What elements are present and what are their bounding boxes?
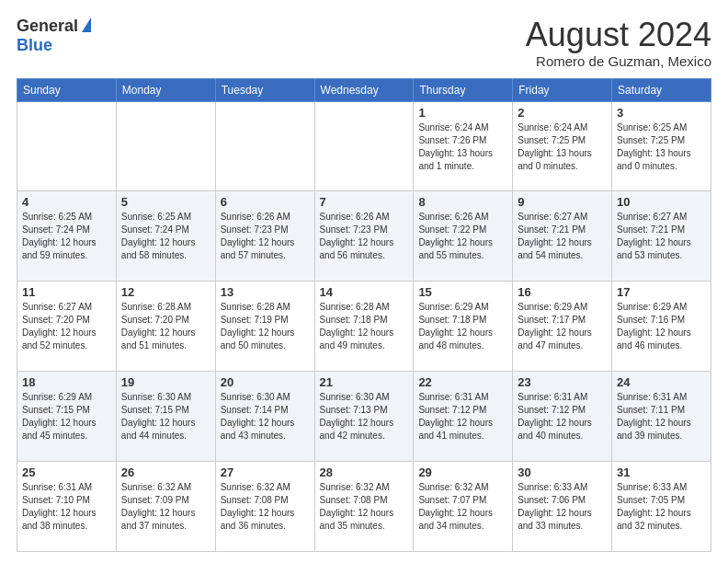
day-info: Sunrise: 6:31 AM Sunset: 7:11 PM Dayligh… — [617, 391, 706, 442]
calendar-cell: 16Sunrise: 6:29 AM Sunset: 7:17 PM Dayli… — [513, 282, 612, 372]
calendar-cell: 23Sunrise: 6:31 AM Sunset: 7:12 PM Dayli… — [513, 372, 612, 462]
day-info: Sunrise: 6:31 AM Sunset: 7:12 PM Dayligh… — [518, 391, 607, 442]
calendar-week-row: 4Sunrise: 6:25 AM Sunset: 7:24 PM Daylig… — [17, 191, 711, 282]
calendar-week-row: 25Sunrise: 6:31 AM Sunset: 7:10 PM Dayli… — [17, 462, 711, 552]
day-number: 4 — [22, 195, 111, 209]
calendar-cell: 24Sunrise: 6:31 AM Sunset: 7:11 PM Dayli… — [612, 372, 711, 462]
calendar-header-wednesday: Wednesday — [314, 78, 414, 101]
day-number: 26 — [121, 465, 210, 479]
logo-blue-text: Blue — [17, 36, 52, 55]
calendar-cell: 8Sunrise: 6:26 AM Sunset: 7:22 PM Daylig… — [414, 191, 513, 282]
day-info: Sunrise: 6:25 AM Sunset: 7:25 PM Dayligh… — [617, 121, 706, 173]
calendar-cell: 2Sunrise: 6:24 AM Sunset: 7:25 PM Daylig… — [513, 101, 612, 191]
calendar-cell: 10Sunrise: 6:27 AM Sunset: 7:21 PM Dayli… — [612, 191, 711, 282]
calendar-cell: 11Sunrise: 6:27 AM Sunset: 7:20 PM Dayli… — [17, 282, 117, 372]
day-number: 31 — [617, 465, 706, 479]
logo-triangle-icon — [82, 17, 91, 32]
day-number: 5 — [121, 195, 210, 209]
day-number: 12 — [121, 285, 210, 299]
calendar-cell — [215, 101, 314, 191]
day-info: Sunrise: 6:25 AM Sunset: 7:24 PM Dayligh… — [121, 211, 210, 262]
day-info: Sunrise: 6:29 AM Sunset: 7:16 PM Dayligh… — [617, 301, 706, 352]
calendar-cell: 15Sunrise: 6:29 AM Sunset: 7:18 PM Dayli… — [414, 282, 513, 372]
calendar-cell: 4Sunrise: 6:25 AM Sunset: 7:24 PM Daylig… — [17, 191, 117, 282]
calendar-cell: 5Sunrise: 6:25 AM Sunset: 7:24 PM Daylig… — [116, 191, 215, 282]
day-info: Sunrise: 6:30 AM Sunset: 7:13 PM Dayligh… — [320, 391, 409, 442]
day-number: 3 — [617, 106, 706, 120]
day-number: 6 — [221, 195, 310, 209]
calendar-cell: 27Sunrise: 6:32 AM Sunset: 7:08 PM Dayli… — [215, 462, 314, 552]
header: General Blue August 2024 Romero de Guzma… — [17, 17, 711, 69]
day-info: Sunrise: 6:25 AM Sunset: 7:24 PM Dayligh… — [22, 211, 111, 262]
calendar-cell: 20Sunrise: 6:30 AM Sunset: 7:14 PM Dayli… — [215, 372, 314, 462]
calendar-week-row: 1Sunrise: 6:24 AM Sunset: 7:26 PM Daylig… — [17, 101, 711, 191]
day-info: Sunrise: 6:29 AM Sunset: 7:15 PM Dayligh… — [22, 391, 111, 442]
page: General Blue August 2024 Romero de Guzma… — [0, 0, 728, 563]
calendar-header-tuesday: Tuesday — [215, 78, 314, 101]
day-number: 8 — [418, 195, 507, 209]
calendar-header-thursday: Thursday — [414, 78, 513, 101]
day-info: Sunrise: 6:32 AM Sunset: 7:08 PM Dayligh… — [221, 481, 310, 533]
day-info: Sunrise: 6:26 AM Sunset: 7:22 PM Dayligh… — [418, 211, 507, 262]
calendar-cell: 3Sunrise: 6:25 AM Sunset: 7:25 PM Daylig… — [612, 101, 711, 191]
day-info: Sunrise: 6:33 AM Sunset: 7:05 PM Dayligh… — [617, 481, 706, 533]
day-info: Sunrise: 6:26 AM Sunset: 7:23 PM Dayligh… — [221, 211, 310, 262]
day-number: 21 — [320, 375, 409, 389]
day-number: 20 — [221, 375, 310, 389]
calendar-cell: 19Sunrise: 6:30 AM Sunset: 7:15 PM Dayli… — [116, 372, 215, 462]
day-number: 19 — [121, 375, 210, 389]
day-number: 7 — [320, 195, 409, 209]
day-number: 30 — [518, 465, 607, 479]
day-info: Sunrise: 6:31 AM Sunset: 7:10 PM Dayligh… — [22, 481, 111, 533]
day-info: Sunrise: 6:32 AM Sunset: 7:07 PM Dayligh… — [418, 481, 507, 533]
day-number: 24 — [617, 375, 706, 389]
calendar-header-friday: Friday — [513, 78, 612, 101]
calendar-cell — [17, 101, 117, 191]
calendar-header-monday: Monday — [116, 78, 215, 101]
day-info: Sunrise: 6:27 AM Sunset: 7:21 PM Dayligh… — [617, 211, 706, 262]
calendar-cell: 30Sunrise: 6:33 AM Sunset: 7:06 PM Dayli… — [513, 462, 612, 552]
day-number: 11 — [22, 285, 111, 299]
title-block: August 2024 Romero de Guzman, Mexico — [526, 17, 711, 69]
day-number: 25 — [22, 465, 111, 479]
calendar-cell: 7Sunrise: 6:26 AM Sunset: 7:23 PM Daylig… — [314, 191, 414, 282]
calendar-cell: 25Sunrise: 6:31 AM Sunset: 7:10 PM Dayli… — [17, 462, 117, 552]
logo: General Blue — [17, 17, 91, 55]
day-number: 14 — [320, 285, 409, 299]
calendar-cell: 13Sunrise: 6:28 AM Sunset: 7:19 PM Dayli… — [215, 282, 314, 372]
calendar-cell: 28Sunrise: 6:32 AM Sunset: 7:08 PM Dayli… — [314, 462, 414, 552]
day-info: Sunrise: 6:27 AM Sunset: 7:20 PM Dayligh… — [22, 301, 111, 352]
day-number: 22 — [418, 375, 507, 389]
calendar-cell: 31Sunrise: 6:33 AM Sunset: 7:05 PM Dayli… — [612, 462, 711, 552]
day-info: Sunrise: 6:30 AM Sunset: 7:14 PM Dayligh… — [221, 391, 310, 442]
calendar-header-row: SundayMondayTuesdayWednesdayThursdayFrid… — [17, 78, 711, 101]
day-number: 1 — [418, 106, 507, 120]
day-info: Sunrise: 6:29 AM Sunset: 7:17 PM Dayligh… — [518, 301, 607, 352]
calendar-header-sunday: Sunday — [17, 78, 117, 101]
day-info: Sunrise: 6:27 AM Sunset: 7:21 PM Dayligh… — [518, 211, 607, 262]
day-info: Sunrise: 6:31 AM Sunset: 7:12 PM Dayligh… — [418, 391, 507, 442]
day-info: Sunrise: 6:28 AM Sunset: 7:19 PM Dayligh… — [221, 301, 310, 352]
calendar-cell — [314, 101, 414, 191]
day-info: Sunrise: 6:32 AM Sunset: 7:09 PM Dayligh… — [121, 481, 210, 533]
calendar-week-row: 18Sunrise: 6:29 AM Sunset: 7:15 PM Dayli… — [17, 372, 711, 462]
day-number: 13 — [221, 285, 310, 299]
calendar-header-saturday: Saturday — [612, 78, 711, 101]
day-info: Sunrise: 6:28 AM Sunset: 7:18 PM Dayligh… — [320, 301, 409, 352]
calendar-cell: 22Sunrise: 6:31 AM Sunset: 7:12 PM Dayli… — [414, 372, 513, 462]
day-number: 15 — [418, 285, 507, 299]
day-number: 23 — [518, 375, 607, 389]
calendar-cell: 9Sunrise: 6:27 AM Sunset: 7:21 PM Daylig… — [513, 191, 612, 282]
day-number: 27 — [221, 465, 310, 479]
calendar-cell: 26Sunrise: 6:32 AM Sunset: 7:09 PM Dayli… — [116, 462, 215, 552]
calendar-cell: 1Sunrise: 6:24 AM Sunset: 7:26 PM Daylig… — [414, 101, 513, 191]
calendar-cell: 17Sunrise: 6:29 AM Sunset: 7:16 PM Dayli… — [612, 282, 711, 372]
calendar-cell — [116, 101, 215, 191]
logo-general-text: General — [17, 17, 78, 36]
day-info: Sunrise: 6:28 AM Sunset: 7:20 PM Dayligh… — [121, 301, 210, 352]
calendar-cell: 29Sunrise: 6:32 AM Sunset: 7:07 PM Dayli… — [414, 462, 513, 552]
day-number: 10 — [617, 195, 706, 209]
day-info: Sunrise: 6:32 AM Sunset: 7:08 PM Dayligh… — [320, 481, 409, 533]
calendar-cell: 12Sunrise: 6:28 AM Sunset: 7:20 PM Dayli… — [116, 282, 215, 372]
location: Romero de Guzman, Mexico — [526, 53, 711, 69]
